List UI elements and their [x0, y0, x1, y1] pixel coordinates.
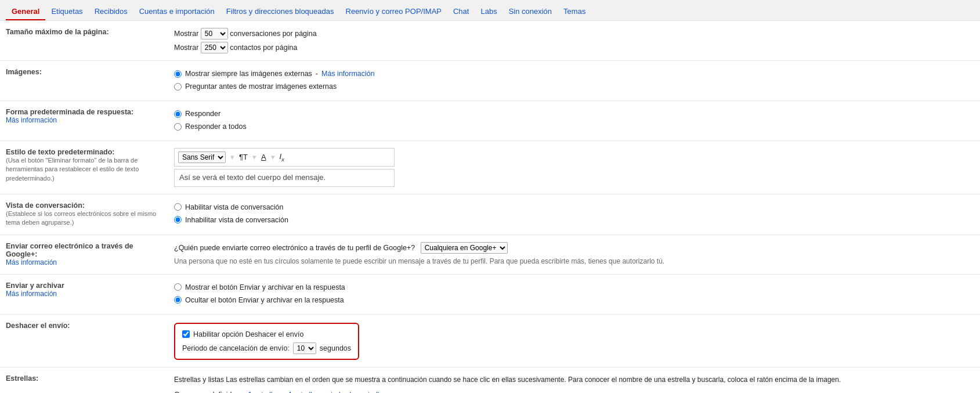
undo-period-select[interactable]: 1052030	[293, 342, 316, 354]
images-option2-row: Preguntar antes de mostrar imágenes exte…	[174, 81, 974, 92]
reply-format-label: Forma predeterminada de respuesta: Más i…	[6, 108, 174, 124]
nav-item-sin-conexion[interactable]: Sin conexión	[503, 3, 558, 20]
reply-option1-row: Responder	[174, 108, 974, 120]
images-label: Imágenes:	[6, 68, 174, 76]
images-option1-row: Mostrar siempre las imágenes externas - …	[174, 68, 974, 80]
settings-area: Tamaño máximo de la página: Mostrar 5025…	[0, 21, 980, 393]
undo-period-suffix: segundos	[320, 342, 351, 354]
stars-content: Estrellas y listas Las estrellas cambian…	[174, 374, 974, 393]
toolbar-sep1: ▾	[230, 152, 234, 163]
send-archive-option2-row: Ocultar el botón Enviar y archivar en la…	[174, 294, 974, 306]
reply-radio2[interactable]	[174, 123, 182, 131]
google-plus-question-row: ¿Quién puede enviarte correo electrónico…	[174, 242, 974, 254]
send-archive-radio1[interactable]	[174, 283, 182, 291]
page-size-label: Tamaño máximo de la página:	[6, 28, 174, 36]
images-option1-text: Mostrar siempre las imágenes externas	[185, 68, 312, 80]
conv-view-label: Vista de conversación: (Establece si los…	[6, 201, 174, 228]
images-radio2[interactable]	[174, 83, 182, 91]
nav-item-filtros[interactable]: Filtros y direcciones bloqueadas	[220, 3, 340, 20]
conv-radio2[interactable]	[174, 216, 182, 223]
images-title: Imágenes:	[6, 68, 42, 76]
google-plus-row: Enviar correo electrónico a través de Go…	[0, 235, 980, 275]
stars-title: Estrellas:	[6, 374, 38, 383]
reply-option1-text: Responder	[185, 108, 220, 120]
conv-option2-text: Inhabilitar vista de conversación	[185, 214, 288, 226]
google-plus-question: ¿Quién puede enviarte correo electrónico…	[174, 244, 415, 252]
toolbar-sep2: ▾	[252, 152, 256, 163]
toolbar-sep3: ▾	[271, 152, 275, 163]
undo-send-label: Deshacer el envío:	[6, 322, 174, 330]
nav-bar: GeneralEtiquetasRecibidosCuentas e impor…	[0, 0, 980, 21]
images-dash: -	[316, 68, 318, 80]
clear-format-icon: Ix	[280, 151, 284, 164]
text-toolbar: Sans Serif ▾ ¶T ▾ A ▾ Ix	[174, 148, 395, 167]
conv-radio1[interactable]	[174, 203, 182, 211]
send-archive-row: Enviar y archivar Más información Mostra…	[0, 275, 980, 315]
text-style-content: Sans Serif ▾ ¶T ▾ A ▾ Ix Así se verá el …	[174, 148, 974, 187]
google-plus-select[interactable]: Cualquiera en Google+	[421, 242, 508, 254]
google-plus-content: ¿Quién puede enviarte correo electrónico…	[174, 242, 974, 267]
nav-item-general[interactable]: General	[6, 3, 45, 20]
google-plus-desc: Una persona que no esté en tus círculos …	[174, 256, 974, 267]
conv-prefix: Mostrar	[174, 30, 198, 38]
google-plus-label: Enviar correo electrónico a través de Go…	[6, 242, 174, 266]
send-archive-title: Enviar y archivar	[6, 282, 64, 290]
nav-item-etiquetas[interactable]: Etiquetas	[45, 3, 88, 20]
undo-send-row: Deshacer el envío: Habilitar opción Desh…	[0, 315, 980, 367]
stars-predefined-row: Grupos predefinidos: 1 estrella 4 estrel…	[174, 389, 974, 393]
conv-option1-row: Habilitar vista de conversación	[174, 201, 974, 213]
reply-option2-text: Responder a todos	[185, 121, 247, 132]
stars-4stars-link[interactable]: 4 estrellas	[288, 391, 320, 393]
stars-all-link[interactable]: todas las estrellas	[331, 391, 386, 393]
contacts-row: Mostrar 25050100 contactos por página	[174, 42, 974, 53]
nav-item-reenvio[interactable]: Reenvío y correo POP/IMAP	[340, 3, 447, 20]
nav-item-labs[interactable]: Labs	[475, 3, 502, 20]
text-preview: Así se verá el texto del cuerpo del mens…	[174, 169, 395, 187]
reply-option2-row: Responder a todos	[174, 121, 974, 132]
contacts-suffix: contactos por página	[230, 44, 297, 52]
text-style-label: Estilo de texto predeterminado: (Usa el …	[6, 148, 174, 183]
send-archive-option2-text: Ocultar el botón Enviar y archivar en la…	[185, 294, 344, 306]
undo-checkbox-row: Habilitar opción Deshacer el envío	[182, 329, 351, 340]
conv-option2-row: Inhabilitar vista de conversación	[174, 214, 974, 226]
conv-view-sub: (Establece si los correos electrónicos s…	[6, 210, 156, 226]
conv-option1-text: Habilitar vista de conversación	[185, 201, 284, 213]
nav-item-cuentas[interactable]: Cuentas e importación	[133, 3, 220, 20]
reply-format-more-link[interactable]: Más información	[6, 116, 57, 124]
conversations-select[interactable]: 5025100	[201, 28, 228, 39]
send-archive-more-link[interactable]: Más información	[6, 290, 57, 298]
nav-item-recibidos[interactable]: Recibidos	[89, 3, 133, 20]
images-more-info-link[interactable]: Más información	[321, 68, 375, 80]
text-preview-text: Así se verá el texto del cuerpo del mens…	[179, 173, 326, 182]
conversations-row: Mostrar 5025100 conversaciones por págin…	[174, 28, 974, 39]
stars-row: Estrellas: Estrellas y listas Las estrel…	[0, 367, 980, 393]
text-style-title: Estilo de texto predeterminado:	[6, 148, 115, 156]
conv-suffix: conversaciones por página	[230, 30, 316, 38]
undo-period-row: Periodo de cancelación de envío: 1052030…	[182, 342, 351, 354]
reply-format-content: Responder Responder a todos	[174, 108, 974, 134]
send-archive-label: Enviar y archivar Más información	[6, 282, 174, 298]
contacts-select[interactable]: 25050100	[201, 42, 228, 53]
google-plus-title: Enviar correo electrónico a través de Go…	[6, 242, 133, 258]
send-archive-radio2[interactable]	[174, 296, 182, 304]
undo-period-label: Periodo de cancelación de envío:	[182, 342, 290, 354]
undo-checkbox[interactable]	[182, 330, 190, 338]
send-archive-option1-text: Mostrar el botón Enviar y archivar en la…	[185, 282, 345, 293]
images-option2-text: Preguntar antes de mostrar imágenes exte…	[185, 81, 337, 92]
reply-format-row: Forma predeterminada de respuesta: Más i…	[0, 101, 980, 141]
images-row: Imágenes: Mostrar siempre las imágenes e…	[0, 61, 980, 101]
send-archive-option1-row: Mostrar el botón Enviar y archivar en la…	[174, 282, 974, 293]
undo-send-highlight: Habilitar opción Deshacer el envío Perio…	[174, 323, 359, 360]
reply-radio1[interactable]	[174, 110, 182, 118]
stars-predefined-label: Grupos predefinidos:	[174, 391, 241, 393]
nav-item-temas[interactable]: Temas	[558, 3, 591, 20]
font-select[interactable]: Sans Serif	[178, 152, 226, 163]
google-plus-more-link[interactable]: Más información	[6, 258, 57, 266]
font-size-icon: ¶T	[239, 152, 248, 164]
page-size-row: Tamaño máximo de la página: Mostrar 5025…	[0, 21, 980, 61]
text-style-row: Estilo de texto predeterminado: (Usa el …	[0, 141, 980, 194]
stars-1star-link[interactable]: 1 estrella	[248, 391, 277, 393]
images-radio1[interactable]	[174, 70, 182, 78]
nav-item-chat[interactable]: Chat	[447, 3, 475, 20]
conv-view-content: Habilitar vista de conversación Inhabili…	[174, 201, 974, 227]
